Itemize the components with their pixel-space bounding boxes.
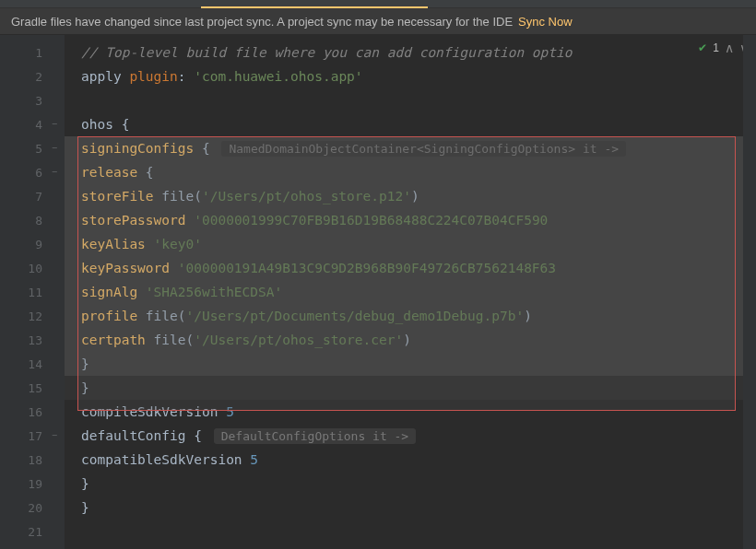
- code-line: signingConfigs { NamedDomainObjectContai…: [65, 136, 756, 160]
- line-number: 21: [0, 520, 65, 543]
- code-line: release {: [65, 160, 756, 184]
- line-number: 13: [0, 328, 65, 352]
- line-number: 5−: [0, 136, 65, 160]
- code-line: }: [65, 496, 756, 520]
- code-line: profile file('/Users/pt/Documents/debug_…: [65, 304, 756, 328]
- closure-hint: DefaultConfigOptions it ->: [214, 428, 417, 444]
- line-number: 1: [0, 41, 65, 64]
- sync-now-link[interactable]: Sync Now: [518, 15, 573, 29]
- fold-toggle-icon[interactable]: −: [50, 431, 59, 440]
- line-number: 2: [0, 64, 65, 88]
- code-line: }: [65, 472, 756, 496]
- notification-message: Gradle files have changed since last pro…: [11, 15, 513, 29]
- fold-toggle-icon[interactable]: −: [50, 120, 59, 129]
- code-line: keyPassword '000000191A49B13C9C9D2B968B9…: [65, 256, 756, 280]
- code-line: compileSdkVersion 5: [65, 400, 756, 424]
- code-line: storePassword '0000001999C70FB9B16D19B68…: [65, 208, 756, 232]
- code-line: apply plugin: 'com.huawei.ohos.app': [65, 64, 756, 88]
- line-number: 4−: [0, 112, 65, 136]
- line-number: 11: [0, 280, 65, 304]
- line-number: 20: [0, 496, 65, 520]
- checkmark-icon: ✔: [698, 41, 707, 54]
- code-line: keyAlias 'key0': [65, 232, 756, 256]
- editor-scrollbar[interactable]: [743, 35, 756, 549]
- code-editor[interactable]: 1 2 3 4− 5− 6− 7 8 9 10 11 12 13 14 15 1…: [0, 35, 756, 549]
- code-line: [65, 520, 756, 543]
- line-number: 14: [0, 352, 65, 376]
- code-content[interactable]: ✔ 1 ∧ ∨ // Top-level build file where yo…: [65, 35, 756, 549]
- fold-toggle-icon[interactable]: −: [50, 168, 59, 177]
- code-line: signAlg 'SHA256withECDSA': [65, 280, 756, 304]
- line-number: 17−: [0, 424, 65, 448]
- code-line: [65, 88, 756, 112]
- prev-issue-icon[interactable]: ∧: [725, 41, 734, 55]
- notification-bar: Gradle files have changed since last pro…: [0, 8, 756, 35]
- line-number: 16: [0, 400, 65, 424]
- line-number: 15: [0, 376, 65, 400]
- code-line: defaultConfig { DefaultConfigOptions it …: [65, 424, 756, 448]
- closure-hint: NamedDomainObjectContainer<SigningConfig…: [221, 141, 626, 157]
- line-number: 8: [0, 208, 65, 232]
- code-line: }: [65, 376, 756, 400]
- line-number: 10: [0, 256, 65, 280]
- code-line: compatibleSdkVersion 5: [65, 448, 756, 472]
- line-number: 3: [0, 88, 65, 112]
- issue-count: 1: [713, 41, 719, 54]
- code-line: }: [65, 352, 756, 376]
- line-number: 19: [0, 472, 65, 496]
- code-line: ohos {: [65, 112, 756, 136]
- code-line: certpath file('/Users/pt/ohos_store.cer'…: [65, 328, 756, 352]
- line-number-gutter: 1 2 3 4− 5− 6− 7 8 9 10 11 12 13 14 15 1…: [0, 35, 65, 549]
- line-number: 18: [0, 448, 65, 472]
- line-number: 9: [0, 232, 65, 256]
- tab-bar: [0, 0, 756, 8]
- line-number: 12: [0, 304, 65, 328]
- line-number: 7: [0, 184, 65, 208]
- code-line: storeFile file('/Users/pt/ohos_store.p12…: [65, 184, 756, 208]
- fold-toggle-icon[interactable]: −: [50, 144, 59, 153]
- inspection-widget[interactable]: ✔ 1 ∧ ∨: [698, 41, 749, 55]
- code-line: // Top-level build file where you can ad…: [65, 41, 756, 64]
- line-number: 6−: [0, 160, 65, 184]
